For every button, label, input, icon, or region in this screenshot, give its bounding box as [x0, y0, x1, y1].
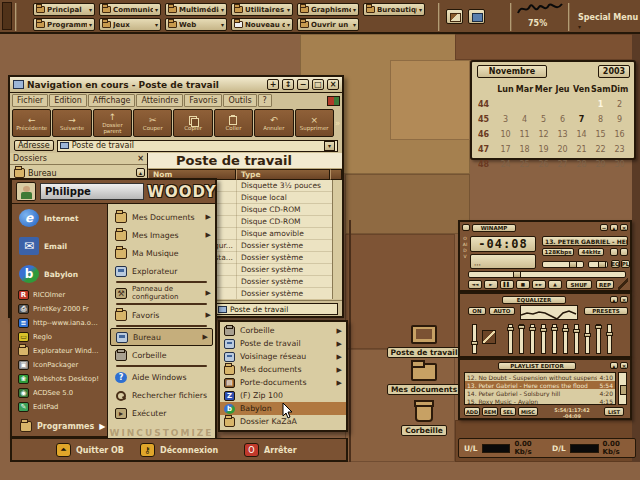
- maximize-button[interactable]: □: [312, 79, 324, 90]
- winamp-menu-icon[interactable]: [462, 224, 470, 231]
- launcher-communication[interactable]: Communic...: [99, 3, 161, 16]
- brush-tool-icon[interactable]: [446, 9, 463, 24]
- column-extra[interactable]: [330, 169, 342, 180]
- menu-edition[interactable]: Edition: [49, 94, 87, 107]
- desktop-icon-poste-de-travail[interactable]: Poste de travail: [382, 325, 466, 358]
- minimize-button[interactable]: −: [600, 224, 608, 231]
- menu-item-reglo[interactable]: ▭Reglo: [12, 330, 107, 344]
- calendar-day[interactable]: 27: [553, 160, 572, 169]
- calendar-month-button[interactable]: Novembre: [477, 65, 547, 78]
- preamp-slider[interactable]: [472, 324, 477, 354]
- playlist-track-selected[interactable]: 13. Peter Gabriel - Here comes the flood…: [465, 381, 615, 389]
- stop-button[interactable]: ■: [516, 280, 530, 289]
- calendar-day[interactable]: 8: [591, 115, 610, 124]
- calendar-day[interactable]: 14: [572, 130, 591, 139]
- paste-button[interactable]: Coller: [214, 109, 253, 137]
- shutdown-button[interactable]: OArrêter: [244, 442, 297, 458]
- calendar-day[interactable]: 21: [572, 145, 591, 154]
- menu-aide[interactable]: ?: [258, 94, 272, 107]
- calendar-day[interactable]: 29: [591, 160, 610, 169]
- playlist-toggle-button[interactable]: PL: [621, 260, 630, 268]
- calendar-day[interactable]: 13: [553, 130, 572, 139]
- calendar-day[interactable]: 22: [591, 145, 610, 154]
- submenu-item-corbeille[interactable]: Corbeille▶: [220, 324, 346, 337]
- list-button[interactable]: LIST: [604, 407, 624, 416]
- launcher-web[interactable]: Web: [165, 18, 227, 31]
- calendar-day[interactable]: 18: [515, 145, 534, 154]
- menu-favoris[interactable]: Favoris: [184, 94, 222, 107]
- menu-item-programmes[interactable]: Programmes▶: [12, 416, 107, 436]
- volume-handle[interactable]: [569, 261, 577, 268]
- shade-button[interactable]: ↕: [282, 79, 294, 90]
- calendar-day[interactable]: 25: [515, 160, 534, 169]
- eq-band-slider[interactable]: [519, 324, 524, 354]
- status-combo[interactable]: Poste de travail: [214, 303, 338, 315]
- calendar-day[interactable]: 20: [553, 145, 572, 154]
- close-button[interactable]: ×: [620, 362, 628, 369]
- eq-band-slider[interactable]: [607, 324, 612, 354]
- launcher-utilitaires[interactable]: Utilitaires: [231, 3, 293, 16]
- calendar-day[interactable]: 4: [515, 115, 534, 124]
- menu-affichage[interactable]: Affichage: [88, 94, 136, 107]
- calendar-day[interactable]: 9: [610, 115, 629, 124]
- launcher-multimedia[interactable]: Multimédia: [165, 3, 227, 16]
- toolbar-overflow-chevron[interactable]: »: [335, 119, 340, 128]
- close-pane-icon[interactable]: ×: [137, 154, 144, 163]
- close-button[interactable]: ×: [327, 79, 339, 90]
- cut-button[interactable]: ✂Couper: [133, 109, 172, 137]
- calendar-day[interactable]: 5: [534, 115, 553, 124]
- special-menu-button[interactable]: Special Menu: [578, 13, 640, 31]
- shade-button[interactable]: ▴: [610, 296, 618, 303]
- repeat-button[interactable]: REP: [596, 280, 614, 289]
- calendar-day[interactable]: 23: [610, 145, 629, 154]
- launcher-principal[interactable]: Principal: [33, 3, 95, 16]
- add-button[interactable]: ADD: [464, 407, 480, 416]
- eq-band-slider[interactable]: [574, 324, 579, 354]
- menu-item-webshots[interactable]: ❀Webshots Desktop!: [12, 372, 107, 386]
- menu-item-aide-windows[interactable]: Aide Windows: [108, 368, 215, 386]
- submenu-item-voisinage-reseau[interactable]: Voisinage réseau▶: [220, 350, 346, 363]
- menu-item-iconpackager[interactable]: ▣IconPackager: [12, 358, 107, 372]
- calendar-day[interactable]: 10: [496, 130, 515, 139]
- calendar-day[interactable]: 17: [496, 145, 515, 154]
- up-folder-button[interactable]: ↑Dossier parent: [93, 109, 132, 137]
- forward-button[interactable]: →Suivante: [52, 109, 91, 137]
- eq-band-slider[interactable]: [541, 324, 546, 354]
- playlist-scrollbar[interactable]: [618, 372, 627, 405]
- launcher-graphisme[interactable]: Graphisme: [297, 3, 359, 16]
- remove-button[interactable]: REM: [482, 407, 498, 416]
- menu-item-babylon[interactable]: Babylon: [12, 260, 107, 288]
- time-display[interactable]: -04:08: [470, 236, 536, 252]
- eq-band-slider[interactable]: [552, 324, 557, 354]
- submenu-item-zip-100[interactable]: Z(F) Zip 100: [220, 389, 346, 402]
- back-button[interactable]: ←Précédente: [12, 109, 51, 137]
- calendar-day[interactable]: 30: [610, 160, 629, 169]
- eject-button[interactable]: ▲: [548, 280, 562, 289]
- display-tool-icon[interactable]: [468, 9, 485, 24]
- calendar-day[interactable]: 7: [572, 115, 591, 124]
- menu-item-explorateur[interactable]: Explorateur: [108, 262, 215, 280]
- calendar-day[interactable]: 19: [534, 145, 553, 154]
- eq-band-slider[interactable]: [530, 324, 535, 354]
- bar-grip-handle[interactable]: [2, 2, 12, 30]
- slider-handle[interactable]: [471, 341, 478, 345]
- previous-button[interactable]: ◄◄: [468, 280, 482, 289]
- eq-band-slider[interactable]: [563, 324, 568, 354]
- calendar-day[interactable]: 3: [496, 115, 515, 124]
- playlist-track[interactable]: 15. Roxy Music - Avalon4:15: [465, 397, 615, 405]
- volume-slider[interactable]: [542, 261, 584, 268]
- submenu-item-poste-de-travail[interactable]: Poste de travail▶: [220, 337, 346, 350]
- balance-handle[interactable]: [598, 261, 606, 268]
- seek-bar[interactable]: [468, 271, 626, 278]
- menu-item-corbeille[interactable]: Corbeille: [108, 346, 215, 364]
- vertical-scrollbar[interactable]: [332, 180, 342, 299]
- desktop-icon-mes-documents[interactable]: Mes documents: [382, 363, 466, 395]
- shuffle-button[interactable]: SHUF: [566, 280, 592, 289]
- calendar-day[interactable]: 6: [553, 115, 572, 124]
- pause-button[interactable]: ▌▌: [500, 280, 514, 289]
- calendar-day[interactable]: 26: [534, 160, 553, 169]
- copy-button[interactable]: Copier: [173, 109, 212, 137]
- menu-item-rechercher-fichiers[interactable]: Rechercher fichiers: [108, 386, 215, 404]
- calendar-day[interactable]: 2: [610, 100, 629, 109]
- calendar-day[interactable]: 11: [515, 130, 534, 139]
